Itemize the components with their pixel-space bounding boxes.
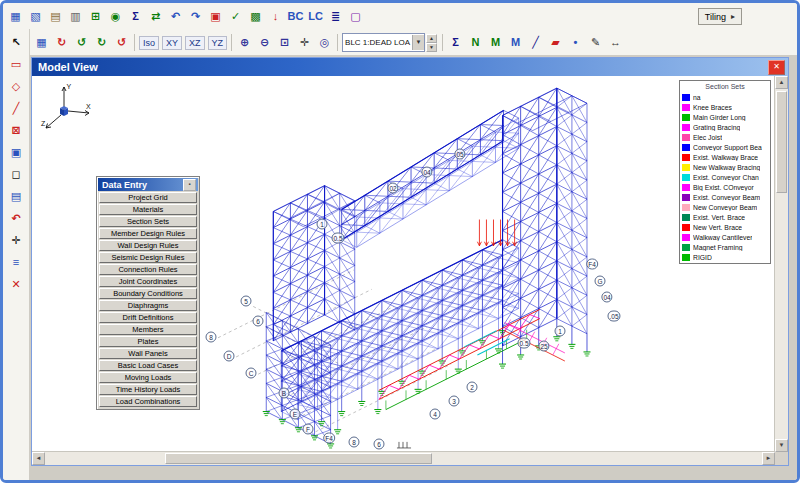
model-canvas[interactable]: Y X Z 0.51020405568DCBEFF4864320.5251F4G… [32,76,775,452]
view-preset-button[interactable]: XY [162,36,182,50]
refresh-view-icon[interactable]: ↻ [52,33,71,52]
toolbar-separator [134,34,135,51]
zoom-out-icon[interactable]: ⊖ [255,33,274,52]
draw-members-icon[interactable]: ╱ [526,33,545,52]
view-preset-button[interactable]: YZ [208,36,228,50]
node-labels-icon[interactable]: N [466,33,485,52]
model-view-window: Model View ✕ [31,57,789,466]
open-model-icon[interactable]: ▧ [26,7,45,26]
data-entry-item[interactable]: Drift Definitions [99,312,197,323]
basic-load-case-icon[interactable]: BC [286,7,305,26]
spin-up-icon[interactable]: ▲ [426,34,437,43]
data-entry-item[interactable]: Time History Loads [99,384,197,395]
rotate-down-icon[interactable]: ↺ [112,33,131,52]
measure-icon[interactable]: ↔ [606,33,625,52]
data-entry-item[interactable]: Basic Load Cases [99,360,197,371]
data-entry-item[interactable]: Section Sets [99,216,197,227]
loads-icon[interactable]: ↓ [266,7,285,26]
loads-display-icon[interactable]: Σ [446,33,465,52]
lock-unselected-icon[interactable]: ◻ [7,165,26,184]
polygon-select-icon[interactable]: ◇ [7,77,26,96]
blc-spinner[interactable]: ▲ ▼ [426,34,437,51]
report-icon[interactable]: ▢ [346,7,365,26]
model-view-icon[interactable]: ▦ [32,33,51,52]
results-icon[interactable]: ≣ [326,7,345,26]
vertical-scroll-thumb[interactable] [776,91,787,193]
invert-select-icon[interactable]: ⊠ [7,121,26,140]
data-entry-item[interactable]: Joint Coordinates [99,276,197,287]
data-entry-titlebar[interactable]: Data Entry ▪ [98,178,198,191]
data-entry-item[interactable]: Diaphragms [99,300,197,311]
data-entry-item[interactable]: Member Design Rules [99,228,197,239]
data-entry-item[interactable]: Materials [99,204,197,215]
horizontal-scroll-track[interactable] [45,452,762,465]
redo-icon[interactable]: ↷ [186,7,205,26]
data-entry-title: Data Entry [102,180,147,190]
legend-label: Main Girder Long [693,114,746,121]
rotate-left-icon[interactable]: ↺ [72,33,91,52]
legend-color-swatch [682,134,690,141]
data-entry-item[interactable]: Connection Rules [99,264,197,275]
save-model-icon[interactable]: ▤ [46,7,65,26]
undo-icon[interactable]: ↶ [166,7,185,26]
criteria-select-icon[interactable]: ▣ [7,143,26,162]
data-entry-item[interactable]: Project Grid [99,192,197,203]
member-labels-icon[interactable]: M [486,33,505,52]
delete-icon[interactable]: ✕ [7,275,26,294]
draw-plates-icon[interactable]: ▰ [546,33,565,52]
zoom-in-icon[interactable]: ⊕ [235,33,254,52]
data-entry-item[interactable]: Seismic Design Rules [99,252,197,263]
select-cursor-icon[interactable]: ↖ [7,33,26,52]
units-icon[interactable]: ◉ [106,7,125,26]
member-color-icon[interactable]: M [506,33,525,52]
solve-icon[interactable]: ▣ [206,7,225,26]
data-entry-item[interactable]: Load Combinations [99,396,197,407]
chevron-down-icon[interactable]: ▼ [412,35,424,50]
panel-pin-icon[interactable]: ▪ [183,179,196,191]
modify-draw-icon[interactable]: ✎ [586,33,605,52]
scroll-up-icon[interactable]: ▲ [775,76,788,89]
sum-icon[interactable]: Σ [126,7,145,26]
shift-coordinates-icon[interactable]: ⇄ [146,7,165,26]
draw-nodes-icon[interactable]: • [566,33,585,52]
rotate-view-icon[interactable]: ◎ [315,33,334,52]
data-entry-item[interactable]: Wall Design Rules [99,240,197,251]
view-preset-button[interactable]: Iso [139,36,159,50]
vertical-scroll-track[interactable] [775,89,788,439]
tiling-button[interactable]: Tiling ▸ [698,8,742,25]
load-combination-icon[interactable]: LC [306,7,325,26]
design-check-icon[interactable]: ✓ [226,7,245,26]
properties-icon[interactable]: ≡ [7,253,26,272]
blc-selector[interactable]: BLC 1:DEAD LOA ▼ [342,33,425,52]
graphic-edit-icon[interactable]: ✛ [7,231,26,250]
spreadsheet-icon[interactable]: ⊞ [86,7,105,26]
scroll-down-icon[interactable]: ▼ [775,439,788,452]
data-entry-item[interactable]: Moving Loads [99,372,197,383]
new-model-icon[interactable]: ▦ [6,7,25,26]
data-entry-item[interactable]: Members [99,324,197,335]
spin-down-icon[interactable]: ▼ [426,43,437,52]
save-selection-icon[interactable]: ▤ [7,187,26,206]
view-preset-button[interactable]: XZ [185,36,205,50]
box-select-icon[interactable]: ▭ [7,55,26,74]
data-entry-item[interactable]: Wall Panels [99,348,197,359]
legend-label: Magnet Framing [693,244,743,251]
horizontal-scroll-thumb[interactable] [165,453,432,464]
undo-selection-icon[interactable]: ↶ [7,209,26,228]
scroll-left-icon[interactable]: ◄ [32,452,45,465]
scroll-right-icon[interactable]: ► [762,452,775,465]
horizontal-scrollbar[interactable]: ◄ ► [32,451,775,465]
data-entry-item[interactable]: Boundary Conditions [99,288,197,299]
merge-model-icon[interactable]: ▩ [246,7,265,26]
print-icon[interactable]: ▥ [66,7,85,26]
pan-icon[interactable]: ✛ [295,33,314,52]
model-view-titlebar[interactable]: Model View ✕ [32,58,788,76]
close-icon[interactable]: ✕ [768,60,785,75]
rotate-right-icon[interactable]: ↻ [92,33,111,52]
line-select-icon[interactable]: ╱ [7,99,26,118]
legend-label: Knee Braces [693,104,732,111]
scrollbar-corner [775,452,788,465]
data-entry-item[interactable]: Plates [99,336,197,347]
vertical-scrollbar[interactable]: ▲ ▼ [774,76,788,452]
zoom-box-icon[interactable]: ⊡ [275,33,294,52]
